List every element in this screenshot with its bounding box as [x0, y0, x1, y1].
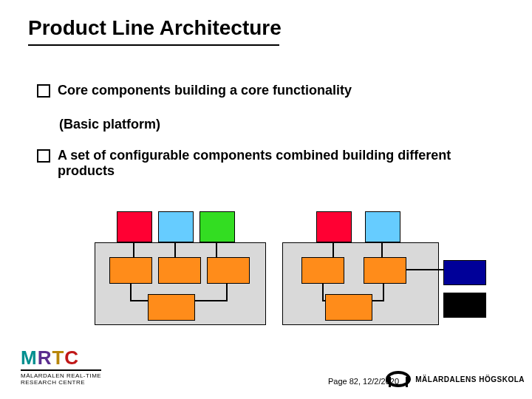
logo-mdh-label: MÄLARDALENS HÖGSKOLA	[415, 375, 525, 383]
connector-12	[371, 300, 384, 301]
page-title: Product Line Architecture	[28, 16, 282, 40]
top-block-0	[117, 211, 152, 242]
bullet-1-sub: (Basic platform)	[59, 117, 160, 132]
connector-6	[130, 300, 148, 301]
oval-logo-icon	[386, 368, 411, 390]
top-block-3	[316, 211, 352, 242]
slide: Product Line Architecture Core component…	[0, 0, 532, 399]
connector-2	[216, 241, 217, 257]
connector-13	[405, 269, 443, 270]
connector-4	[381, 241, 383, 257]
logo-mrtc-sub1: MÄLARDALEN REAL-TIME	[21, 369, 101, 379]
bot-block-1	[325, 294, 372, 321]
logo-mdh-text: MÄLARDALENS HÖGSKOLA	[415, 375, 525, 383]
connector-9	[322, 282, 324, 301]
top-block-4	[365, 211, 400, 242]
logo-mrtc-acronym: MRTC	[21, 347, 101, 369]
logo-mrtc: MRTC MÄLARDALEN REAL-TIME RESEARCH CENTR…	[21, 347, 101, 386]
logo-mrtc-sub2: RESEARCH CENTRE	[21, 379, 101, 386]
bot-block-0	[148, 294, 195, 321]
mid-block-4	[364, 257, 406, 284]
mid-block-3	[301, 257, 344, 284]
side-block-1	[443, 293, 486, 318]
bullet-square-icon	[37, 84, 50, 98]
connector-5	[130, 282, 132, 301]
top-block-1	[158, 211, 194, 242]
svg-rect-2	[406, 377, 408, 387]
connector-3	[332, 241, 334, 257]
connector-11	[383, 282, 384, 301]
connector-8	[194, 300, 228, 301]
connector-1	[174, 241, 176, 257]
connector-0	[133, 241, 134, 257]
mid-block-1	[158, 257, 201, 284]
bullet-1-text: Core components building a core function…	[58, 83, 352, 98]
title-underline	[28, 44, 279, 46]
bullet-2: A set of configurable components combine…	[37, 148, 480, 179]
svg-rect-1	[389, 377, 391, 387]
top-block-2	[200, 211, 235, 242]
bullet-square-icon	[37, 149, 50, 163]
mid-block-0	[109, 257, 152, 284]
connector-7	[226, 282, 228, 301]
logo-mdh: MÄLARDALENS HÖGSKOLA	[386, 368, 525, 390]
side-block-0	[443, 260, 486, 285]
bullet-2-text: A set of configurable components combine…	[58, 148, 480, 179]
bullet-1: Core components building a core function…	[37, 83, 480, 98]
mid-block-2	[207, 257, 250, 284]
